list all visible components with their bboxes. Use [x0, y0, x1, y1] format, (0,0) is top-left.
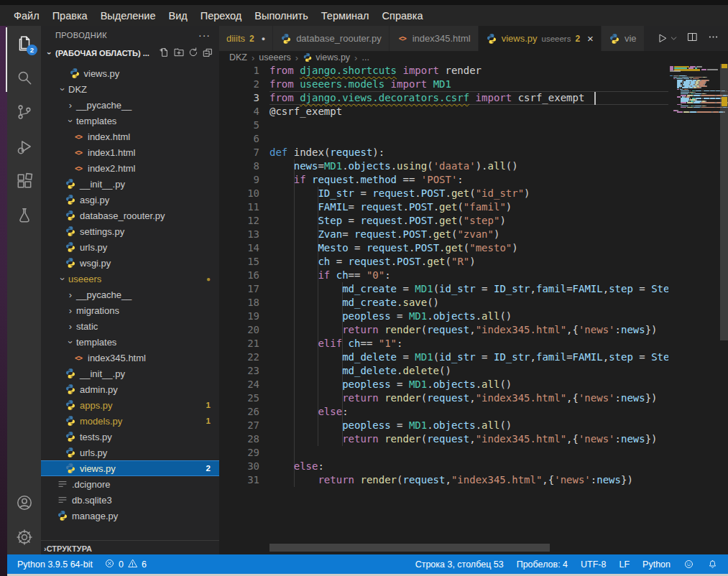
tab-diiits[interactable]: diiits2●: [219, 26, 272, 51]
more-actions-icon[interactable]: [707, 31, 719, 46]
menu-Терминал[interactable]: Терминал: [315, 5, 376, 26]
code-line-6[interactable]: 6: [219, 132, 728, 146]
tree-item-asgi.py[interactable]: asgi.py: [41, 192, 219, 208]
code-line-31[interactable]: 31 return render(request,"index345.html"…: [219, 473, 728, 487]
tree-item-.dcignore[interactable]: .dcignore: [41, 476, 219, 492]
code-line-8[interactable]: 8 news=MD1.objects.using('daata').all(): [219, 159, 728, 173]
new-folder-icon[interactable]: [173, 47, 185, 60]
menu-Файл[interactable]: Файл: [7, 5, 46, 26]
activity-settings[interactable]: [7, 520, 41, 554]
activity-testing[interactable]: [7, 198, 41, 233]
breadcrumb-views.py[interactable]: views.py: [303, 52, 350, 62]
code-line-10[interactable]: 10 ID_str = request.POST.get("id_str"): [219, 187, 728, 200]
activity-source-control[interactable]: [7, 95, 41, 129]
menu-Выделение[interactable]: Выделение: [94, 5, 162, 26]
code-line-1[interactable]: 1from django.shortcuts import render: [219, 64, 728, 78]
tree-item-views.py[interactable]: views.py: [41, 65, 219, 81]
tree-item-urls.py[interactable]: urls.py: [41, 239, 219, 255]
code-line-24[interactable]: 24 peopless = MD1.objects.all(): [219, 378, 728, 391]
code-line-18[interactable]: 18 md_create.save(): [219, 296, 728, 310]
code-line-23[interactable]: 23 md_delete.delete(): [219, 364, 728, 378]
menu-Переход[interactable]: Переход: [194, 5, 249, 26]
code-line-4[interactable]: 4@csrf_exempt: [219, 105, 728, 119]
horizontal-scrollbar[interactable]: [269, 544, 550, 552]
tree-item-settings.py[interactable]: settings.py: [41, 223, 219, 239]
code-line-3[interactable]: 3from django.views.decorators.csrf impor…: [219, 91, 728, 105]
notifications-bell-icon[interactable]: [707, 559, 718, 570]
code-line-29[interactable]: 29: [219, 446, 728, 460]
run-python-file-button[interactable]: [656, 32, 678, 45]
cursor-position-status[interactable]: Строка 3, столбец 53: [415, 559, 504, 570]
tree-item-templates[interactable]: ›templates: [41, 334, 219, 350]
tree-item-__pycache__[interactable]: ›__pycache__: [41, 97, 219, 113]
collapse-all-icon[interactable]: [202, 47, 213, 60]
tab-database_roouter.py[interactable]: database_roouter.py: [273, 26, 389, 51]
menu-Вид[interactable]: Вид: [162, 5, 193, 26]
python-interpreter-status[interactable]: Python 3.9.5 64-bit: [17, 559, 93, 570]
code-line-17[interactable]: 17 md_create = MD1(id_str = ID_str,famil…: [219, 282, 728, 296]
indentation-status[interactable]: Пробелов: 4: [517, 559, 568, 570]
activity-accounts[interactable]: [7, 486, 41, 520]
breadcrumb[interactable]: DKZ›useeers›views.py›...: [219, 51, 728, 64]
tree-item-admin.py[interactable]: admin.py: [41, 381, 219, 397]
tree-item-index.html[interactable]: <>index.html: [41, 129, 219, 144]
new-file-icon[interactable]: [159, 47, 170, 60]
tree-item-DKZ[interactable]: ›DKZ: [41, 81, 219, 97]
activity-extensions[interactable]: [7, 164, 41, 198]
code-line-12[interactable]: 12 Step = request.POST.get("step"): [219, 214, 728, 228]
tree-item-wsgi.py[interactable]: wsgi.py: [41, 255, 219, 271]
code-line-9[interactable]: 9 if request.method == 'POST':: [219, 173, 728, 187]
tree-item-index2.html[interactable]: <>index2.html: [41, 160, 219, 176]
tree-item-__init__.py[interactable]: __init__.py: [41, 176, 219, 192]
code-line-5[interactable]: 5: [219, 119, 728, 132]
code-line-30[interactable]: 30 else:: [219, 460, 728, 473]
eol-status[interactable]: LF: [619, 559, 630, 570]
tree-item-views.py[interactable]: views.py2: [41, 460, 219, 476]
tree-item-urls.py[interactable]: urls.py: [41, 445, 219, 460]
close-icon[interactable]: ×: [587, 32, 594, 45]
split-editor-button[interactable]: [686, 31, 699, 46]
tree-item-__init__.py[interactable]: __init__.py: [41, 366, 219, 381]
encoding-status[interactable]: UTF-8: [581, 559, 606, 570]
tree-item-tests.py[interactable]: tests.py: [41, 429, 219, 445]
tree-item-manage.py[interactable]: manage.py: [41, 508, 219, 524]
tree-item-index1.html[interactable]: <>index1.html: [41, 144, 219, 160]
code-line-22[interactable]: 22 md_delete = MD1(id_str = ID_str,famil…: [219, 350, 728, 364]
tab-index345.html[interactable]: <>index345.html: [390, 26, 478, 51]
tree-item-models.py[interactable]: models.py1: [41, 413, 219, 429]
minimap[interactable]: [668, 64, 721, 554]
breadcrumb-useeers[interactable]: useeers: [259, 52, 290, 62]
menu-Выполнить[interactable]: Выполнить: [248, 5, 314, 26]
language-mode-status[interactable]: Python: [642, 559, 671, 570]
code-line-21[interactable]: 21 elif ch== "1":: [219, 337, 728, 350]
code-line-14[interactable]: 14 Mesto = request.POST.get("mesto"): [219, 241, 728, 255]
code-line-27[interactable]: 27 peopless = MD1.objects.all(): [219, 419, 728, 432]
more-actions-icon[interactable]: ···: [198, 29, 211, 41]
tree-item-index345.html[interactable]: <>index345.html: [41, 350, 219, 366]
code-line-15[interactable]: 15 ch = request.POST.get("R"): [219, 255, 728, 269]
code-line-16[interactable]: 16 if ch== "0":: [219, 269, 728, 282]
menu-Справка[interactable]: Справка: [376, 5, 430, 26]
code-line-26[interactable]: 26 else:: [219, 405, 728, 419]
activity-explorer[interactable]: 2: [7, 26, 41, 60]
tree-item-db.sqlite3[interactable]: db.sqlite3: [41, 492, 219, 508]
tree-item-static[interactable]: ›static: [41, 318, 219, 334]
problems-status[interactable]: 0 6: [104, 558, 147, 571]
code-editor[interactable]: 1from django.shortcuts import render2fro…: [219, 64, 728, 554]
code-line-7[interactable]: 7def index(request):: [219, 146, 728, 159]
chevron-down-icon[interactable]: [670, 32, 678, 45]
code-line-19[interactable]: 19 peopless = MD1.objects.all(): [219, 310, 728, 323]
tree-item-templates[interactable]: ›templates: [41, 113, 219, 129]
code-line-13[interactable]: 13 Zvan= request.POST.get("zvan"): [219, 228, 728, 241]
activity-search[interactable]: [7, 60, 41, 95]
breadcrumb-...[interactable]: ...: [361, 52, 369, 62]
code-line-2[interactable]: 2from useeers.models import MD1: [219, 78, 728, 91]
tree-item-database_roouter.py[interactable]: database_roouter.py: [41, 208, 219, 223]
refresh-icon[interactable]: [188, 47, 199, 60]
breadcrumb-DKZ[interactable]: DKZ: [229, 52, 247, 62]
code-line-25[interactable]: 25 return render(request,"index345.html"…: [219, 391, 728, 405]
tree-item-migrations[interactable]: ›migrations: [41, 302, 219, 318]
tree-item-__pycache__[interactable]: ›__pycache__: [41, 287, 219, 302]
feedback-icon[interactable]: [683, 559, 694, 570]
activity-run-debug[interactable]: [7, 129, 41, 164]
